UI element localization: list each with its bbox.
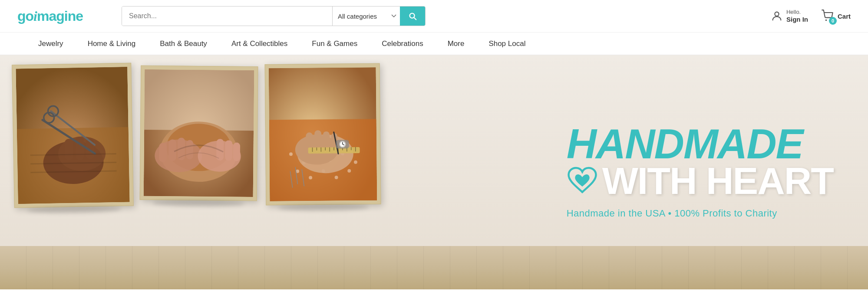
sign-in-button[interactable]: Hello. Sign In	[771, 9, 808, 23]
nav-item-more[interactable]: More	[436, 33, 477, 55]
nav-item-jewelry[interactable]: Jewelry	[26, 33, 76, 55]
hero-title-with-heart: WITH HEART	[567, 163, 833, 199]
header-actions: Hello. Sign In 0 Cart	[771, 9, 851, 23]
hero-title-handmade: HANDMADE	[567, 125, 833, 163]
hero-subtitle: Handmade in the USA • 100% Profits to Ch…	[567, 208, 833, 219]
svg-rect-28	[225, 140, 232, 161]
hero-floor	[0, 246, 868, 289]
nav-item-celebrations[interactable]: Celebrations	[370, 33, 435, 55]
photo-inner-3	[269, 67, 377, 201]
svg-point-37	[354, 161, 357, 164]
svg-rect-7	[64, 139, 73, 161]
logo[interactable]: goimagine	[17, 8, 113, 24]
photo-inner-1	[16, 67, 129, 204]
header: goimagine All categories Jewelry Home & …	[0, 0, 868, 33]
user-icon	[771, 10, 783, 22]
cart-badge: 0	[829, 17, 837, 25]
hello-label: Hello.	[786, 9, 808, 16]
hero-photos	[13, 64, 380, 224]
svg-rect-18	[144, 69, 254, 131]
nav: Jewelry Home & Living Bath & Beauty Art …	[0, 33, 868, 55]
svg-rect-29	[233, 143, 240, 161]
cart-button[interactable]: 0 Cart	[821, 10, 851, 23]
photo-frame-1	[12, 63, 134, 208]
photo-inner-2	[144, 69, 254, 197]
svg-point-32	[289, 152, 293, 156]
hero-banner: HANDMADE WITH HEART Handmade in the USA …	[0, 55, 868, 289]
svg-rect-22	[159, 143, 167, 162]
cart-label: Cart	[838, 13, 851, 20]
nav-item-fun-games[interactable]: Fun & Games	[300, 33, 370, 55]
nav-item-art-collectibles[interactable]: Art & Collectibles	[219, 33, 300, 55]
logo-go: go	[17, 8, 33, 24]
nav-item-bath-beauty[interactable]: Bath & Beauty	[148, 33, 219, 55]
logo-i: i	[33, 8, 37, 24]
svg-rect-25	[186, 140, 193, 160]
svg-point-39	[309, 176, 312, 179]
photo-frame-2	[140, 66, 258, 201]
svg-point-0	[775, 12, 779, 16]
nav-item-home-living[interactable]: Home & Living	[76, 33, 148, 55]
category-select[interactable]: All categories Jewelry Home & Living Bat…	[333, 7, 400, 26]
hero-floor-planks	[0, 246, 868, 289]
svg-point-1	[825, 19, 827, 21]
logo-magine: magine	[37, 8, 83, 24]
search-bar: All categories Jewelry Home & Living Bat…	[122, 6, 426, 26]
sign-in-text: Hello. Sign In	[786, 9, 808, 23]
hero-text: HANDMADE WITH HEART Handmade in the USA …	[567, 125, 833, 219]
nav-item-shop-local[interactable]: Shop Local	[476, 33, 538, 55]
heart-icon	[567, 165, 598, 197]
svg-point-41	[335, 176, 338, 179]
sign-in-label: Sign In	[786, 16, 808, 23]
with-heart-text: WITH HEART	[602, 163, 833, 199]
svg-rect-8	[75, 137, 84, 161]
search-input[interactable]	[122, 7, 332, 26]
svg-rect-23	[168, 139, 176, 161]
svg-point-42	[347, 169, 351, 173]
cart-icon-wrap: 0	[821, 10, 834, 23]
search-button[interactable]	[400, 7, 425, 26]
photo-frame-3	[265, 63, 381, 205]
search-icon	[408, 11, 417, 21]
